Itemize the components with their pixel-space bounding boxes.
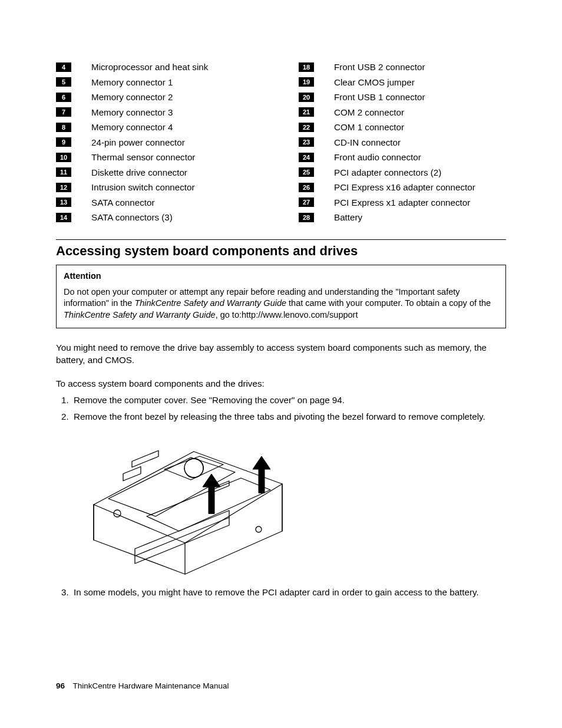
callout-badge: 20 <box>299 93 314 102</box>
attention-text-mid: that came with your computer. To obtain … <box>286 298 491 308</box>
part-row: 4Microprocessor and heat sink <box>56 62 263 72</box>
parts-column-left: 4Microprocessor and heat sink 5Memory co… <box>56 62 263 228</box>
part-row: 8Memory connector 4 <box>56 122 263 132</box>
part-row: 28Battery <box>299 212 506 222</box>
part-label: SATA connector <box>91 197 155 207</box>
part-row: 924-pin power connector <box>56 137 263 147</box>
svg-rect-8 <box>132 451 158 467</box>
part-label: Microprocessor and heat sink <box>91 62 208 72</box>
part-label: Memory connector 3 <box>91 107 173 117</box>
callout-badge: 21 <box>299 107 314 117</box>
parts-column-right: 18Front USB 2 connector 19Clear CMOS jum… <box>299 62 506 228</box>
part-row: 22COM 1 connector <box>299 122 506 132</box>
part-row: 19Clear CMOS jumper <box>299 77 506 87</box>
section-heading: Accessing system board components and dr… <box>56 243 506 259</box>
part-label: PCI adapter connectors (2) <box>334 167 441 177</box>
attention-guide-italic: ThinkCentre Safety and Warranty Guide <box>134 298 286 308</box>
part-row: 11Diskette drive connector <box>56 167 263 177</box>
page-footer: 96 ThinkCentre Hardware Maintenance Manu… <box>56 681 229 690</box>
callout-badge: 28 <box>299 213 314 222</box>
callout-badge: 13 <box>56 197 71 207</box>
part-label: Memory connector 2 <box>91 92 173 102</box>
callout-badge: 23 <box>299 137 314 147</box>
callout-badge: 25 <box>299 167 314 177</box>
part-row: 13SATA connector <box>56 197 263 207</box>
callout-badge: 4 <box>56 62 71 72</box>
part-label: PCI Express x1 adapter connector <box>334 197 470 207</box>
part-label: Battery <box>334 212 362 222</box>
part-row: 10Thermal sensor connector <box>56 152 263 162</box>
step-item: Remove the computer cover. See "Removing… <box>71 393 506 407</box>
part-label: COM 1 connector <box>334 122 404 132</box>
attention-guide-italic: ThinkCentre Safety and Warranty Guide <box>64 310 216 319</box>
callout-badge: 14 <box>56 213 71 222</box>
document-page: 4Microprocessor and heat sink 5Memory co… <box>0 0 562 728</box>
step-item: In some models, you might have to remove… <box>71 585 506 599</box>
page-number: 96 <box>56 681 65 690</box>
paragraph: You might need to remove the drive bay a… <box>56 341 506 367</box>
attention-body: Do not open your computer or attempt any… <box>64 286 498 321</box>
part-label: Memory connector 4 <box>91 122 173 132</box>
svg-marker-5 <box>164 456 223 480</box>
callout-badge: 27 <box>299 197 314 207</box>
svg-rect-7 <box>123 467 141 481</box>
part-row: 20Front USB 1 connector <box>299 92 506 102</box>
step-item: Remove the front bezel by releasing the … <box>71 410 506 424</box>
callout-badge: 9 <box>56 137 71 147</box>
part-label: Clear CMOS jumper <box>334 77 415 87</box>
part-label: CD-IN connector <box>334 137 401 147</box>
part-label: Front audio connector <box>334 152 421 162</box>
part-label: Memory connector 1 <box>91 77 173 87</box>
callout-badge: 18 <box>299 62 314 72</box>
callout-badge: 8 <box>56 123 71 132</box>
part-row: 12Intrusion switch connector <box>56 182 263 192</box>
part-label: Diskette drive connector <box>91 167 187 177</box>
part-row: 24Front audio connector <box>299 152 506 162</box>
footer-doc-title: ThinkCentre Hardware Maintenance Manual <box>73 681 229 690</box>
attention-title: Attention <box>64 271 498 281</box>
svg-line-2 <box>135 518 229 556</box>
part-row: 18Front USB 2 connector <box>299 62 506 72</box>
part-label: Intrusion switch connector <box>91 182 195 192</box>
steps-list-cont: In some models, you might have to remove… <box>56 585 506 599</box>
callout-badge: 12 <box>56 183 71 192</box>
svg-marker-0 <box>94 452 282 574</box>
attention-box: Attention Do not open your computer or a… <box>56 265 506 329</box>
part-row: 21COM 2 connector <box>299 107 506 117</box>
part-row: 6Memory connector 2 <box>56 92 263 102</box>
part-row: 14SATA connectors (3) <box>56 212 263 222</box>
chassis-illustration-icon <box>76 428 294 575</box>
callout-badge: 19 <box>299 77 314 87</box>
part-label: PCI Express x16 adapter connector <box>334 182 475 192</box>
part-row: 25PCI adapter connectors (2) <box>299 167 506 177</box>
part-label: Front USB 1 connector <box>334 92 425 102</box>
part-row: 7Memory connector 3 <box>56 107 263 117</box>
part-label: Front USB 2 connector <box>334 62 425 72</box>
section-divider <box>56 239 506 240</box>
callout-badge: 6 <box>56 93 71 102</box>
attention-text-post: , go to:http://www.lenovo.com/support <box>216 310 358 319</box>
part-label: COM 2 connector <box>334 107 404 117</box>
callout-badge: 22 <box>299 123 314 132</box>
part-row: 27PCI Express x1 adapter connector <box>299 197 506 207</box>
parts-list-columns: 4Microprocessor and heat sink 5Memory co… <box>56 62 506 228</box>
callout-badge: 7 <box>56 107 71 117</box>
paragraph: To access system board components and th… <box>56 377 506 390</box>
part-label: 24-pin power connector <box>91 137 185 147</box>
callout-badge: 10 <box>56 153 71 162</box>
callout-badge: 26 <box>299 183 314 192</box>
svg-point-10 <box>256 526 262 532</box>
part-label: Thermal sensor connector <box>91 152 195 162</box>
part-row: 5Memory connector 1 <box>56 77 263 87</box>
part-row: 23CD-IN connector <box>299 137 506 147</box>
part-row: 26PCI Express x16 adapter connector <box>299 182 506 192</box>
callout-badge: 24 <box>299 153 314 162</box>
callout-badge: 5 <box>56 77 71 87</box>
callout-badge: 11 <box>56 167 71 177</box>
part-label: SATA connectors (3) <box>91 212 173 222</box>
steps-list: Remove the computer cover. See "Removing… <box>56 393 506 423</box>
figure-computer-chassis <box>76 428 506 577</box>
